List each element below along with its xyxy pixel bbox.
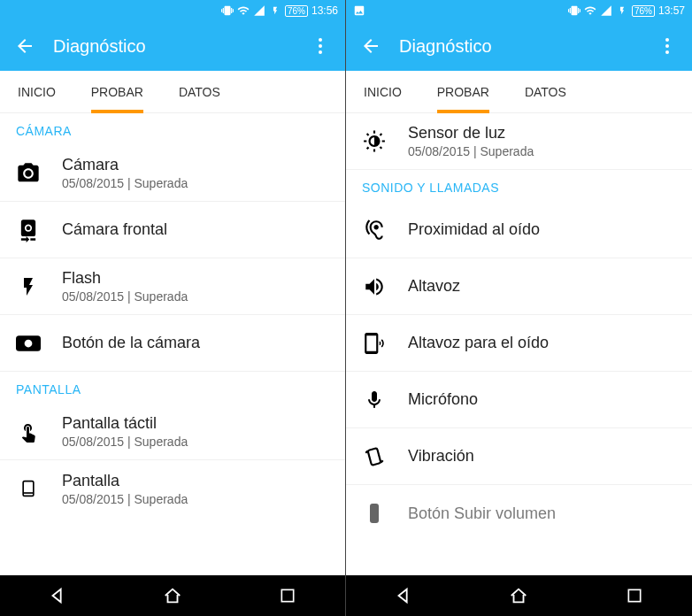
item-title: Botón de la cámara — [62, 334, 329, 352]
back-button[interactable] — [14, 35, 35, 57]
ear-icon — [362, 218, 387, 243]
nav-recent-button[interactable] — [276, 584, 299, 607]
battery-level: 76% — [632, 5, 655, 17]
camera-button-icon — [16, 331, 41, 356]
item-earpiece[interactable]: Altavoz para el oído — [346, 315, 692, 372]
charging-icon — [616, 4, 628, 17]
item-title: Sensor de luz — [408, 124, 676, 142]
item-title: Vibración — [408, 447, 676, 466]
app-bar: Diagnóstico — [346, 21, 692, 71]
vibrate-icon — [568, 4, 581, 17]
item-subtitle: 05/08/2015 | Superada — [408, 144, 676, 158]
item-speaker[interactable]: Altavoz — [346, 258, 692, 315]
item-subtitle: 05/08/2015 | Superada — [62, 289, 329, 304]
section-screen: PANTALLA — [0, 372, 345, 404]
display-icon — [16, 476, 41, 501]
item-camera-button[interactable]: Botón de la cámara — [0, 315, 345, 372]
item-display[interactable]: Pantalla 05/08/2015 | Superada — [0, 460, 345, 517]
charging-icon — [269, 4, 281, 17]
svg-rect-8 — [370, 504, 379, 523]
svg-line-6 — [365, 450, 367, 452]
touch-icon — [16, 420, 41, 444]
tab-probar[interactable]: PROBAR — [73, 71, 161, 112]
item-title: Pantalla táctil — [62, 414, 329, 433]
volume-up-icon — [362, 501, 387, 526]
item-title: Cámara frontal — [62, 220, 329, 239]
nav-recent-button[interactable] — [623, 584, 646, 607]
svg-rect-5 — [368, 448, 381, 466]
tab-inicio[interactable]: INICIO — [0, 71, 73, 112]
item-volume-up[interactable]: Botón Subir volumen — [346, 485, 692, 542]
test-list[interactable]: CÁMARA Cámara 05/08/2015 | Superada Cáma… — [0, 113, 345, 575]
item-title: Micrófono — [408, 390, 676, 409]
item-subtitle: 05/08/2015 | Superada — [62, 492, 329, 506]
item-title: Botón Subir volumen — [408, 504, 676, 523]
light-sensor-icon — [362, 129, 387, 154]
page-title: Diagnóstico — [399, 36, 657, 57]
nav-home-button[interactable] — [161, 584, 184, 607]
tab-inicio[interactable]: INICIO — [346, 71, 419, 112]
vibration-icon — [362, 444, 387, 469]
item-title: Altavoz para el oído — [408, 334, 676, 352]
section-sound: SONIDO Y LLAMADAS — [346, 170, 692, 202]
app-bar: Diagnóstico — [0, 21, 345, 71]
image-icon — [353, 4, 365, 17]
item-camera[interactable]: Cámara 05/08/2015 | Superada — [0, 145, 345, 202]
item-proximity[interactable]: Proximidad al oído — [346, 202, 692, 258]
item-title: Proximidad al oído — [408, 220, 676, 239]
tab-datos[interactable]: DATOS — [161, 71, 238, 112]
wifi-icon — [584, 4, 596, 17]
camera-icon — [16, 161, 41, 186]
page-title: Diagnóstico — [53, 36, 310, 57]
front-camera-icon — [16, 218, 41, 243]
svg-rect-9 — [628, 589, 640, 601]
item-front-camera[interactable]: Cámara frontal — [0, 202, 345, 258]
tab-datos[interactable]: DATOS — [507, 71, 584, 112]
item-title: Cámara — [62, 156, 329, 174]
back-button[interactable] — [360, 35, 381, 57]
item-light-sensor[interactable]: Sensor de luz 05/08/2015 | Superada — [346, 113, 692, 170]
item-title: Altavoz — [408, 277, 676, 296]
nav-back-button[interactable] — [46, 584, 69, 607]
nav-bar — [346, 575, 692, 616]
status-bar: 76% 13:56 — [0, 0, 345, 21]
tabs: INICIO PROBAR DATOS — [0, 71, 345, 113]
svg-point-1 — [25, 339, 33, 347]
signal-icon — [600, 4, 612, 17]
item-vibration[interactable]: Vibración — [346, 428, 692, 485]
item-flash[interactable]: Flash 05/08/2015 | Superada — [0, 258, 345, 315]
section-camera: CÁMARA — [0, 113, 345, 145]
tab-probar[interactable]: PROBAR — [419, 71, 507, 112]
item-title: Flash — [62, 269, 329, 288]
test-list[interactable]: Sensor de luz 05/08/2015 | Superada SONI… — [346, 113, 692, 575]
status-bar: 76% 13:57 — [346, 0, 692, 21]
earpiece-icon — [362, 331, 387, 356]
svg-line-7 — [381, 460, 383, 462]
flash-icon — [16, 274, 41, 299]
nav-back-button[interactable] — [392, 584, 415, 607]
wifi-icon — [237, 4, 250, 17]
tabs: INICIO PROBAR DATOS — [346, 71, 692, 113]
battery-level: 76% — [285, 5, 308, 17]
svg-rect-4 — [281, 589, 293, 601]
nav-bar — [0, 575, 345, 616]
item-microphone[interactable]: Micrófono — [346, 372, 692, 428]
more-menu-button[interactable] — [657, 35, 678, 57]
nav-home-button[interactable] — [507, 584, 530, 607]
item-touchscreen[interactable]: Pantalla táctil 05/08/2015 | Superada — [0, 404, 345, 460]
status-time: 13:57 — [658, 4, 685, 17]
item-title: Pantalla — [62, 472, 329, 490]
status-time: 13:56 — [311, 4, 338, 17]
item-subtitle: 05/08/2015 | Superada — [62, 176, 329, 190]
signal-icon — [253, 4, 265, 17]
item-subtitle: 05/08/2015 | Superada — [62, 435, 329, 449]
vibrate-icon — [221, 4, 234, 17]
microphone-icon — [362, 388, 387, 412]
more-menu-button[interactable] — [310, 35, 331, 57]
speaker-icon — [362, 274, 387, 299]
